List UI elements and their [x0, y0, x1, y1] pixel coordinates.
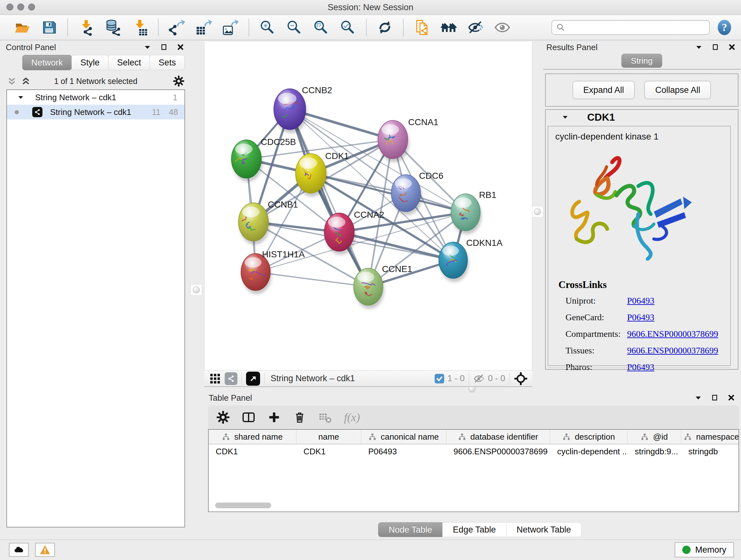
splitter-handle[interactable]	[193, 287, 200, 294]
network-canvas[interactable]: CCNB2CCNA1CDC25BCDK1CDC6RB1CCNB1CCNA2CDK…	[204, 42, 532, 370]
show-structures-button[interactable]	[493, 18, 512, 37]
export-table-button[interactable]	[194, 18, 213, 37]
import-network-file-button[interactable]	[77, 18, 95, 37]
export-image-button[interactable]	[221, 18, 240, 37]
tab-style[interactable]: Style	[71, 55, 109, 70]
network-type-button[interactable]	[225, 372, 238, 385]
edge-HIST1H1A-CCNE1[interactable]	[256, 272, 368, 287]
help-button[interactable]: ?	[716, 19, 733, 36]
birdseye-grid-button[interactable]	[209, 372, 221, 385]
node-CDK1[interactable]: CDK1	[295, 151, 349, 197]
zoom-fit-button[interactable]	[312, 18, 330, 37]
table-row[interactable]: CDK1CDK1P064939606.ENSP00000378699cyclin…	[209, 444, 738, 458]
network-graph[interactable]: CCNB2CCNA1CDC25BCDK1CDC6RB1CCNB1CCNA2CDK…	[205, 42, 533, 370]
save-session-button[interactable]	[40, 18, 58, 37]
cell-name[interactable]: CDK1	[296, 447, 361, 456]
node-CCNE1[interactable]: CCNE1	[354, 264, 412, 309]
horizontal-scrollbar-thumb[interactable]	[215, 503, 271, 508]
import-table-file-button[interactable]	[131, 18, 149, 37]
tab-network[interactable]: Network	[22, 55, 72, 70]
crosslink-link[interactable]: P06493	[627, 296, 655, 306]
float-panel-icon[interactable]	[712, 44, 719, 51]
import-network-icon	[78, 19, 94, 36]
node-CDC6[interactable]: CDC6	[391, 171, 443, 215]
glass-ball-effect-button[interactable]	[466, 18, 485, 37]
warnings-button[interactable]	[35, 543, 55, 557]
column-header--id[interactable]: @id	[628, 430, 681, 444]
node-label-RB1: RB1	[479, 190, 496, 200]
panel-menu-caret-icon[interactable]	[694, 394, 702, 401]
node-CDC25B[interactable]: CDC25B	[231, 137, 296, 182]
cell-canonical-name[interactable]: P06493	[361, 447, 447, 456]
tab-edge-table[interactable]: Edge Table	[442, 522, 507, 537]
close-panel-icon[interactable]	[728, 44, 736, 51]
crosslink-link[interactable]: P06493	[627, 312, 655, 322]
node-RB1[interactable]: RB1	[451, 190, 496, 234]
delete-column-icon[interactable]	[293, 411, 307, 424]
protein-structure-image[interactable]	[560, 148, 697, 269]
cell-shared-name[interactable]: CDK1	[209, 447, 296, 456]
cell--id[interactable]: stringdb:9...	[628, 447, 681, 456]
float-panel-icon[interactable]	[160, 44, 168, 51]
open-session-button[interactable]	[13, 18, 31, 37]
clone-network-button[interactable]	[413, 18, 431, 37]
zoom-out-button[interactable]	[285, 18, 304, 37]
section-caret-icon[interactable]	[562, 114, 569, 121]
close-panel-icon[interactable]	[728, 394, 735, 401]
open-in-new-window-button[interactable]	[246, 372, 260, 386]
column-header-name[interactable]: name	[296, 430, 361, 444]
horizontal-splitter[interactable]	[204, 387, 741, 391]
column-header-canonical-name[interactable]: canonical name	[361, 430, 447, 444]
column-header-database-identifier[interactable]: database identifier	[447, 430, 550, 444]
birdseye-crosshair-button[interactable]	[514, 372, 528, 386]
node-HIST1H1A[interactable]: HIST1H1A	[241, 249, 305, 294]
crosslink-link[interactable]: P06493	[627, 362, 655, 372]
close-panel-icon[interactable]	[177, 44, 185, 51]
crosslink-row: Tissues: 9606.ENSP00000378699	[565, 346, 730, 356]
collapse-all-button[interactable]: Collapse All	[644, 81, 711, 99]
cloud-status-button[interactable]	[9, 543, 29, 557]
memory-button[interactable]: Memory	[675, 542, 734, 557]
panel-menu-caret-icon[interactable]	[144, 44, 151, 51]
node-CCNB1[interactable]: CCNB1	[239, 199, 298, 245]
import-network-database-button[interactable]	[104, 18, 122, 37]
node-CCNB2[interactable]: CCNB2	[274, 85, 332, 133]
column-header-description[interactable]: description	[550, 430, 628, 444]
node-CDKN1A[interactable]: CDKN1A	[439, 238, 502, 282]
zoom-selected-button[interactable]	[339, 18, 357, 37]
column-header-namespace[interactable]: namespace	[681, 430, 739, 444]
search-input[interactable]	[568, 23, 705, 33]
grid-icon	[210, 373, 220, 384]
edge-CCNB2-CCNE1[interactable]	[290, 109, 368, 287]
panel-menu-caret-icon[interactable]	[695, 44, 703, 51]
network-row-selected[interactable]: String Network – cdk1 11 48	[7, 105, 185, 119]
tab-select[interactable]: Select	[108, 55, 150, 70]
float-panel-icon[interactable]	[711, 394, 719, 401]
gene-section-header[interactable]: CDK1	[546, 110, 738, 125]
tab-network-table[interactable]: Network Table	[506, 522, 582, 537]
tab-string[interactable]: String	[621, 54, 662, 68]
left-splitter[interactable]	[189, 42, 204, 540]
table-options-gear-icon[interactable]	[216, 411, 230, 424]
tab-sets[interactable]: Sets	[150, 55, 185, 70]
export-network-button[interactable]	[167, 18, 186, 37]
splitter-handle[interactable]	[534, 208, 541, 215]
network-collection-row[interactable]: String Network – cdk1 1	[7, 90, 185, 105]
selected-nodes-checkbox[interactable]	[434, 374, 444, 383]
tab-node-table[interactable]: Node Table	[378, 522, 443, 537]
zoom-in-button[interactable]	[258, 18, 277, 37]
collection-caret-icon[interactable]	[17, 94, 24, 101]
crosslink-link[interactable]: 9606.ENSP00000378699	[627, 329, 718, 339]
create-column-icon[interactable]	[267, 411, 281, 424]
cell-database-identifier[interactable]: 9606.ENSP00000378699	[447, 447, 550, 456]
cell-namespace[interactable]: stringdb	[681, 447, 739, 456]
column-header-shared-name[interactable]: shared name	[209, 430, 296, 444]
crosslink-link[interactable]: 9606.ENSP00000378699	[627, 346, 718, 355]
right-splitter[interactable]	[533, 42, 542, 387]
apply-layout-button[interactable]	[376, 18, 394, 37]
expand-all-button[interactable]: Expand All	[572, 81, 635, 99]
show-columns-icon[interactable]	[242, 411, 255, 424]
node-table[interactable]: shared namenamecanonical namedatabase id…	[208, 429, 739, 512]
cell-description[interactable]: cyclin-dependent ...	[550, 447, 628, 456]
string-home-button[interactable]	[440, 18, 458, 37]
